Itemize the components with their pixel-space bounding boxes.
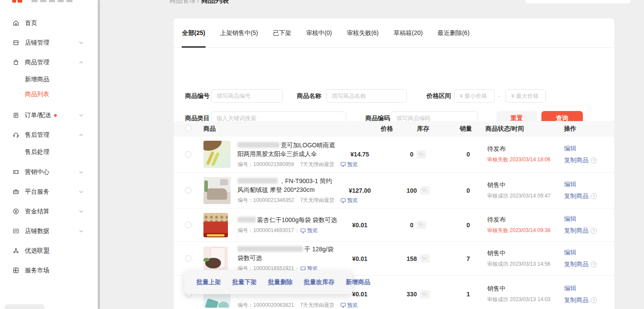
tab-all[interactable]: 全部(25) (182, 18, 206, 48)
audit-text: 审核成功 2023/03/13 14:03 (487, 296, 560, 303)
product-title[interactable]: ，FN-T9003-1 简约风尚貂绒毯 摩登 200*230cm (238, 177, 338, 194)
price-value: ¥0.01 (344, 255, 375, 262)
sidebar-scrollbar[interactable] (98, 0, 100, 309)
sidebar-item-label: 店铺管理 (25, 39, 49, 47)
stock-edit-icon[interactable]: ⁺∕₋ (417, 221, 426, 229)
sidebar-item-marketing-center[interactable]: 营销中心 (0, 162, 97, 182)
sidebar-item-aftersale-manage[interactable]: 售后管理 (0, 125, 97, 145)
stock-edit-icon[interactable]: ⁺∕₋ (420, 290, 430, 299)
product-code-input[interactable] (211, 89, 283, 103)
sidebar-item-label: 平台服务 (25, 188, 49, 196)
return-policy: 7天无理由退货 (300, 197, 334, 204)
return-policy: 7天无理由退货 (300, 161, 334, 168)
batch-on-shelf-button[interactable]: 批量上架 (191, 278, 227, 286)
add-product-button[interactable]: 新增商品 (340, 278, 376, 286)
sidebar: 首页 店铺管理 商品管理 新增商品 商品列表 (0, 0, 97, 309)
preview-link[interactable]: 预览 (341, 302, 358, 309)
tab-off-shelf[interactable]: 已下架 (272, 18, 292, 48)
row-checkbox[interactable] (185, 255, 192, 262)
sidebar-item-add-product[interactable]: 新增商品 (0, 72, 97, 87)
sidebar-item-label: 服务市场 (25, 267, 49, 274)
chevron-down-icon (79, 114, 83, 117)
chevron-down-icon (79, 190, 83, 193)
row-checkbox[interactable] (185, 187, 192, 194)
select-all-checkbox[interactable] (185, 125, 192, 132)
briefcase-icon (12, 188, 20, 195)
product-code: 编号：10000014693017 (238, 227, 294, 234)
bag-icon (12, 59, 20, 66)
breadcrumb-section[interactable]: 商品管理 (169, 0, 196, 4)
notification-dot (54, 114, 57, 117)
product-title[interactable]: 意可加LOGO晴雨遮阳两用黑胶太阳伞三折成人伞 (238, 141, 338, 158)
sidebar-item-platform-services[interactable]: 平台服务 (0, 182, 97, 201)
preview-monitor-icon (341, 198, 346, 203)
preview-link[interactable]: 预览 (300, 227, 317, 234)
row-checkbox[interactable] (185, 151, 192, 158)
edit-link[interactable]: 编辑 (564, 285, 603, 292)
shop-icon (12, 39, 20, 46)
help-icon[interactable]: ? (591, 261, 597, 267)
edit-link[interactable]: 编辑 (564, 145, 603, 153)
status-text: 待发布 (487, 216, 560, 224)
status-text: 待发布 (487, 145, 560, 153)
col-stock: 库存 (417, 121, 429, 136)
return-policy: 7天无理由退货 (300, 302, 334, 309)
sidebar-item-shop-data[interactable]: 店铺数据 (0, 221, 97, 241)
preview-monitor-icon (341, 162, 346, 167)
copy-product-link[interactable]: 复制商品? (564, 260, 603, 268)
edit-link[interactable]: 编辑 (564, 249, 603, 257)
sidebar-item-label: 首页 (25, 19, 37, 27)
sidebar-item-orders-delivery[interactable]: 订单/配送 (0, 105, 97, 125)
table-row: ，FN-T9003-1 简约风尚貂绒毯 摩登 200*230cm 编号：1000… (174, 172, 614, 208)
sidebar-item-funds-settlement[interactable]: 资金结算 (0, 201, 97, 221)
sidebar-item-home[interactable]: 首页 (0, 13, 97, 33)
col-actions: 操作 (564, 121, 576, 136)
price-max-input[interactable] (506, 89, 546, 103)
audit-text: 审核失败 2023/03/14 09:38 (487, 227, 560, 234)
sidebar-item-aftersale-handle[interactable]: 售后处理 (0, 145, 97, 160)
sidebar-item-shop-manage[interactable]: 店铺管理 (0, 33, 97, 52)
copy-product-link[interactable]: 复制商品? (564, 227, 603, 235)
sidebar-item-label: 优选联盟 (25, 247, 49, 255)
help-icon[interactable]: ? (591, 193, 597, 199)
help-icon[interactable]: ? (591, 297, 597, 303)
help-icon[interactable]: ? (591, 157, 597, 163)
product-title[interactable]: 装杏仁干1000g每袋 袋数可选 (238, 215, 338, 224)
audit-text: 审核成功 2023/03/14 09:47 (487, 192, 560, 200)
stock-edit-icon[interactable]: ⁺∕₋ (417, 150, 426, 159)
sidebar-nav: 首页 店铺管理 商品管理 新增商品 商品列表 (0, 0, 97, 280)
redacted-brand (238, 246, 303, 252)
sidebar-item-service-market[interactable]: 服务市场 (0, 260, 97, 280)
preview-link[interactable]: 预览 (341, 197, 358, 204)
sidebar-item-preferred-alliance[interactable]: 优选联盟 (0, 241, 97, 260)
tab-recently-deleted[interactable]: 最近删除(6) (437, 18, 470, 48)
col-status-time: 商品状态/时间 (486, 121, 524, 136)
collapsed-widget-cutoff[interactable] (4, 304, 45, 309)
copy-product-link[interactable]: 复制商品? (564, 192, 603, 200)
batch-off-shelf-button[interactable]: 批量下架 (227, 278, 262, 286)
help-icon[interactable]: ? (591, 228, 597, 234)
preview-link[interactable]: 预览 (341, 161, 358, 168)
app-logo-cutoff (0, 0, 97, 3)
tab-drafts[interactable]: 草稿箱(20) (393, 18, 423, 48)
batch-edit-stock-button[interactable]: 批量改库存 (298, 278, 340, 286)
row-checkbox[interactable] (185, 222, 192, 228)
tab-on-sale[interactable]: 上架销售中(5) (220, 18, 258, 48)
yen-circle-icon (12, 208, 20, 215)
top-search-cutoff[interactable] (525, 0, 631, 3)
tab-under-review[interactable]: 审核中(0) (306, 18, 332, 48)
copy-product-link[interactable]: 复制商品? (564, 156, 603, 164)
price-min-input[interactable] (454, 89, 495, 103)
sidebar-item-product-manage[interactable]: 商品管理 (0, 52, 97, 72)
edit-link[interactable]: 编辑 (564, 215, 603, 223)
batch-delete-button[interactable]: 批量删除 (262, 278, 298, 286)
stock-edit-icon[interactable]: ⁺∕₋ (420, 186, 430, 194)
price-range-separator: - (498, 89, 500, 103)
product-title[interactable]: 干 128g/袋 袋数可选 (238, 245, 338, 262)
edit-link[interactable]: 编辑 (564, 181, 603, 188)
sidebar-item-product-list[interactable]: 商品列表 (0, 87, 97, 102)
copy-product-link[interactable]: 复制商品? (564, 296, 603, 304)
stock-edit-icon[interactable]: ⁺∕₋ (420, 254, 430, 263)
product-name-input[interactable] (326, 89, 407, 103)
tab-review-failed[interactable]: 审核失败(6) (346, 18, 379, 48)
